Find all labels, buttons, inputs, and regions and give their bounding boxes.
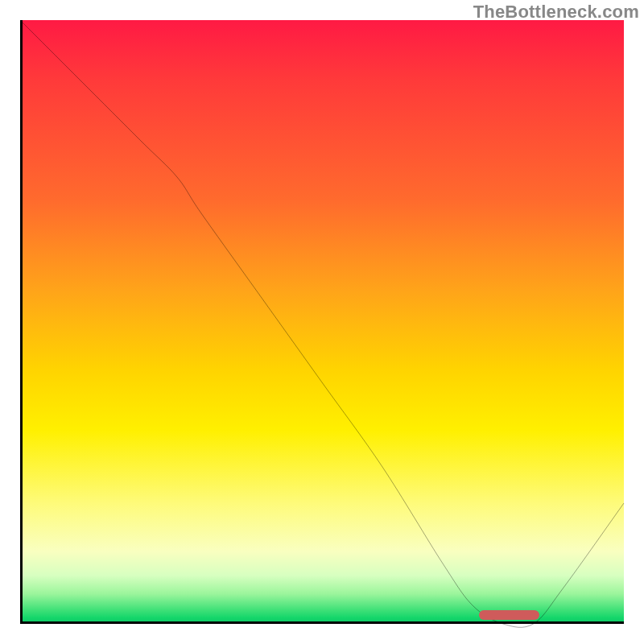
chart-stage: TheBottleneck.com: [0, 0, 644, 644]
plot-area: [20, 20, 624, 624]
curve-layer: [20, 20, 624, 624]
bottleneck-curve-path: [20, 20, 624, 627]
optimal-range-marker: [479, 610, 539, 620]
